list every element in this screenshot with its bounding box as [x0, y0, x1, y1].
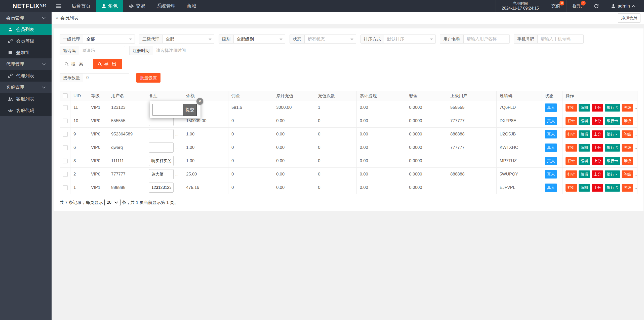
status-badge[interactable]: 真人: [545, 130, 557, 138]
sidebar-item[interactable]: 叠加组: [0, 47, 52, 58]
search-button[interactable]: 搜 索: [60, 59, 89, 69]
sidebar-item[interactable]: 客服列表: [0, 93, 52, 105]
action-银行卡-button[interactable]: 银行卡: [605, 184, 620, 192]
sidebar-section-1[interactable]: 代理管理: [0, 58, 52, 70]
status-badge[interactable]: 真人: [545, 184, 557, 192]
export-button[interactable]: 导 出: [93, 59, 122, 69]
nav-item-role[interactable]: 角色: [96, 0, 123, 12]
status-badge[interactable]: 真人: [545, 103, 557, 112]
batch-set-button[interactable]: 批量设置: [136, 73, 160, 83]
row-checkbox[interactable]: [63, 145, 68, 150]
remark-input[interactable]: [149, 169, 174, 179]
more-actions-button[interactable]: ...: [635, 172, 637, 176]
action-编辑-button[interactable]: 编辑: [579, 184, 590, 192]
filter-select[interactable]: 所有状态: [305, 35, 356, 43]
row-checkbox[interactable]: [63, 119, 68, 123]
action-银行卡-button[interactable]: 银行卡: [605, 117, 620, 125]
filter-select[interactable]: 全部级别: [234, 35, 285, 43]
action-等级-button[interactable]: 等级: [622, 144, 633, 152]
hamburger-menu-icon[interactable]: [52, 0, 66, 12]
withdraw-button[interactable]: 提现 2: [566, 0, 588, 12]
filter-select[interactable]: 全部: [163, 35, 214, 43]
recharge-button[interactable]: 充值 0: [545, 0, 566, 12]
sidebar-item[interactable]: </>客服代码: [0, 105, 52, 116]
row-checkbox[interactable]: [63, 185, 68, 190]
action-等级-button[interactable]: 等级: [622, 184, 633, 192]
row-checkbox[interactable]: [63, 132, 68, 137]
action-打针-button[interactable]: 打针: [566, 104, 577, 112]
action-等级-button[interactable]: 等级: [622, 157, 633, 165]
remark-input[interactable]: [149, 143, 174, 153]
close-icon[interactable]: ×: [196, 98, 203, 105]
nav-item-mall[interactable]: 商城: [181, 0, 202, 12]
more-actions-button[interactable]: ...: [635, 145, 637, 150]
action-打针-button[interactable]: 打针: [566, 170, 577, 178]
filter-input[interactable]: [464, 35, 509, 43]
action-等级-button[interactable]: 等级: [622, 104, 633, 112]
action-上分-button[interactable]: 上分: [592, 130, 603, 138]
action-编辑-button[interactable]: 编辑: [579, 104, 590, 112]
action-银行卡-button[interactable]: 银行卡: [605, 104, 620, 112]
action-编辑-button[interactable]: 编辑: [579, 157, 590, 165]
nav-item-home[interactable]: 后台首页: [66, 0, 96, 12]
more-actions-button[interactable]: ...: [635, 159, 637, 163]
sidebar-item[interactable]: 会员等级: [0, 35, 52, 47]
action-打针-button[interactable]: 打针: [566, 144, 577, 152]
action-编辑-button[interactable]: 编辑: [579, 130, 590, 138]
action-上分-button[interactable]: 上分: [592, 117, 603, 125]
more-actions-button[interactable]: ...: [635, 132, 637, 136]
remark-popup-submit-button[interactable]: 提交: [183, 104, 197, 116]
link-icon: [8, 74, 13, 78]
row-checkbox[interactable]: [63, 105, 68, 110]
action-打针-button[interactable]: 打针: [566, 117, 577, 125]
select-all-checkbox[interactable]: [63, 93, 68, 98]
add-member-button[interactable]: 添加会员: [618, 13, 640, 23]
filter-input[interactable]: [538, 35, 583, 43]
refresh-button[interactable]: [588, 0, 605, 12]
action-编辑-button[interactable]: 编辑: [579, 144, 590, 152]
remark-input[interactable]: [149, 183, 174, 193]
action-银行卡-button[interactable]: 银行卡: [605, 130, 620, 138]
action-打针-button[interactable]: 打针: [566, 184, 577, 192]
sidebar-item[interactable]: 代理列表: [0, 70, 52, 82]
row-checkbox[interactable]: [63, 159, 68, 163]
filter-input[interactable]: [153, 46, 203, 55]
remark-popup-input[interactable]: [152, 104, 183, 116]
remark-input[interactable]: [149, 129, 174, 139]
admin-dropdown[interactable]: admin: [605, 0, 644, 12]
remark-input[interactable]: [149, 156, 174, 166]
action-等级-button[interactable]: 等级: [622, 170, 633, 178]
filter-input[interactable]: [79, 46, 125, 55]
action-打针-button[interactable]: 打针: [566, 130, 577, 138]
row-checkbox[interactable]: [63, 172, 68, 177]
status-badge[interactable]: 真人: [545, 157, 557, 165]
status-badge[interactable]: 真人: [545, 117, 557, 125]
action-打针-button[interactable]: 打针: [566, 157, 577, 165]
action-编辑-button[interactable]: 编辑: [579, 170, 590, 178]
status-badge[interactable]: 真人: [545, 170, 557, 179]
action-等级-button[interactable]: 等级: [622, 117, 633, 125]
order-count-input[interactable]: [83, 74, 129, 82]
action-银行卡-button[interactable]: 银行卡: [605, 144, 620, 152]
nav-item-trade[interactable]: 交易: [123, 0, 151, 12]
more-actions-button[interactable]: ...: [635, 185, 637, 190]
action-上分-button[interactable]: 上分: [592, 157, 603, 165]
filter-select[interactable]: 全部: [83, 35, 135, 43]
action-银行卡-button[interactable]: 银行卡: [605, 170, 620, 178]
filter-select[interactable]: 默认排序: [384, 35, 435, 43]
per-page-select[interactable]: 20: [104, 199, 120, 206]
sidebar-item[interactable]: 会员列表: [0, 24, 52, 35]
action-上分-button[interactable]: 上分: [592, 104, 603, 112]
more-actions-button[interactable]: ...: [635, 105, 637, 110]
nav-item-system[interactable]: 系统管理: [151, 0, 181, 12]
action-编辑-button[interactable]: 编辑: [579, 117, 590, 125]
action-银行卡-button[interactable]: 银行卡: [605, 157, 620, 165]
sidebar-section-0[interactable]: 会员管理: [0, 12, 52, 24]
action-上分-button[interactable]: 上分: [592, 170, 603, 178]
action-上分-button[interactable]: 上分: [592, 144, 603, 152]
action-等级-button[interactable]: 等级: [622, 130, 633, 138]
more-actions-button[interactable]: ...: [635, 119, 637, 123]
status-badge[interactable]: 真人: [545, 144, 557, 152]
sidebar-section-2[interactable]: 客服管理: [0, 82, 52, 93]
action-上分-button[interactable]: 上分: [592, 184, 603, 192]
